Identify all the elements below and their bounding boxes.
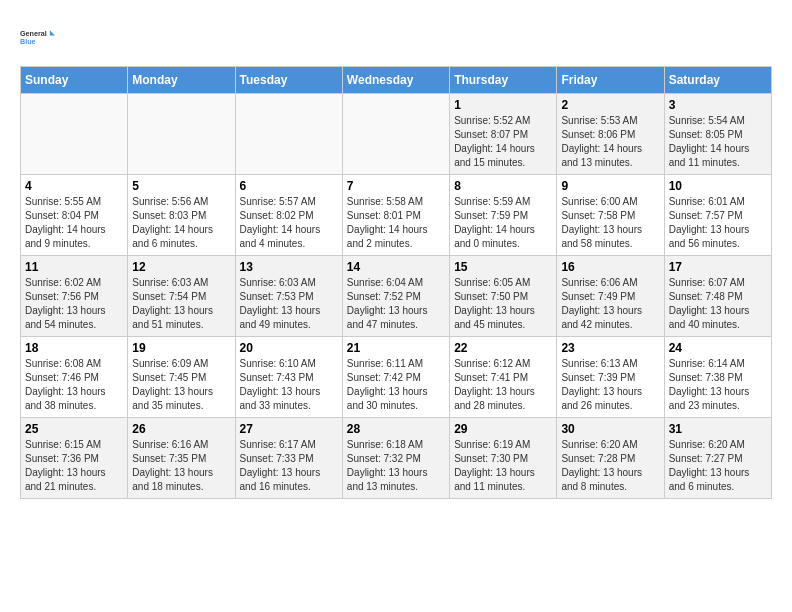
calendar-cell: 25Sunrise: 6:15 AMSunset: 7:36 PMDayligh…: [21, 418, 128, 499]
calendar-cell: 7Sunrise: 5:58 AMSunset: 8:01 PMDaylight…: [342, 175, 449, 256]
calendar-cell: 3Sunrise: 5:54 AMSunset: 8:05 PMDaylight…: [664, 94, 771, 175]
day-info: Sunrise: 5:57 AMSunset: 8:02 PMDaylight:…: [240, 195, 338, 251]
day-number: 24: [669, 341, 767, 355]
page-header: General Blue: [20, 20, 772, 56]
calendar-cell: 31Sunrise: 6:20 AMSunset: 7:27 PMDayligh…: [664, 418, 771, 499]
day-info: Sunrise: 6:04 AMSunset: 7:52 PMDaylight:…: [347, 276, 445, 332]
day-info: Sunrise: 5:55 AMSunset: 8:04 PMDaylight:…: [25, 195, 123, 251]
calendar-cell: 12Sunrise: 6:03 AMSunset: 7:54 PMDayligh…: [128, 256, 235, 337]
day-info: Sunrise: 5:56 AMSunset: 8:03 PMDaylight:…: [132, 195, 230, 251]
day-info: Sunrise: 6:15 AMSunset: 7:36 PMDaylight:…: [25, 438, 123, 494]
day-info: Sunrise: 6:16 AMSunset: 7:35 PMDaylight:…: [132, 438, 230, 494]
day-number: 25: [25, 422, 123, 436]
calendar-cell: 18Sunrise: 6:08 AMSunset: 7:46 PMDayligh…: [21, 337, 128, 418]
day-info: Sunrise: 6:07 AMSunset: 7:48 PMDaylight:…: [669, 276, 767, 332]
calendar-day-header: Sunday: [21, 67, 128, 94]
calendar-day-header: Saturday: [664, 67, 771, 94]
day-number: 27: [240, 422, 338, 436]
calendar-cell: 14Sunrise: 6:04 AMSunset: 7:52 PMDayligh…: [342, 256, 449, 337]
calendar-cell: 27Sunrise: 6:17 AMSunset: 7:33 PMDayligh…: [235, 418, 342, 499]
day-number: 4: [25, 179, 123, 193]
calendar-cell: 5Sunrise: 5:56 AMSunset: 8:03 PMDaylight…: [128, 175, 235, 256]
day-info: Sunrise: 6:20 AMSunset: 7:27 PMDaylight:…: [669, 438, 767, 494]
day-number: 30: [561, 422, 659, 436]
calendar-cell: 4Sunrise: 5:55 AMSunset: 8:04 PMDaylight…: [21, 175, 128, 256]
day-info: Sunrise: 6:10 AMSunset: 7:43 PMDaylight:…: [240, 357, 338, 413]
calendar-cell: 24Sunrise: 6:14 AMSunset: 7:38 PMDayligh…: [664, 337, 771, 418]
day-number: 21: [347, 341, 445, 355]
calendar-day-header: Tuesday: [235, 67, 342, 94]
svg-text:General: General: [20, 29, 47, 38]
day-info: Sunrise: 6:01 AMSunset: 7:57 PMDaylight:…: [669, 195, 767, 251]
calendar-day-header: Wednesday: [342, 67, 449, 94]
day-info: Sunrise: 6:20 AMSunset: 7:28 PMDaylight:…: [561, 438, 659, 494]
day-info: Sunrise: 6:09 AMSunset: 7:45 PMDaylight:…: [132, 357, 230, 413]
day-info: Sunrise: 5:58 AMSunset: 8:01 PMDaylight:…: [347, 195, 445, 251]
day-number: 17: [669, 260, 767, 274]
calendar-cell: 6Sunrise: 5:57 AMSunset: 8:02 PMDaylight…: [235, 175, 342, 256]
day-info: Sunrise: 6:02 AMSunset: 7:56 PMDaylight:…: [25, 276, 123, 332]
day-number: 31: [669, 422, 767, 436]
day-info: Sunrise: 6:17 AMSunset: 7:33 PMDaylight:…: [240, 438, 338, 494]
day-info: Sunrise: 6:19 AMSunset: 7:30 PMDaylight:…: [454, 438, 552, 494]
calendar-table: SundayMondayTuesdayWednesdayThursdayFrid…: [20, 66, 772, 499]
day-number: 6: [240, 179, 338, 193]
day-number: 16: [561, 260, 659, 274]
calendar-day-header: Friday: [557, 67, 664, 94]
calendar-cell: 28Sunrise: 6:18 AMSunset: 7:32 PMDayligh…: [342, 418, 449, 499]
day-info: Sunrise: 6:03 AMSunset: 7:53 PMDaylight:…: [240, 276, 338, 332]
day-number: 23: [561, 341, 659, 355]
day-number: 15: [454, 260, 552, 274]
calendar-week-row: 11Sunrise: 6:02 AMSunset: 7:56 PMDayligh…: [21, 256, 772, 337]
calendar-day-header: Thursday: [450, 67, 557, 94]
day-number: 12: [132, 260, 230, 274]
calendar-cell: 1Sunrise: 5:52 AMSunset: 8:07 PMDaylight…: [450, 94, 557, 175]
day-number: 2: [561, 98, 659, 112]
day-number: 1: [454, 98, 552, 112]
day-info: Sunrise: 6:14 AMSunset: 7:38 PMDaylight:…: [669, 357, 767, 413]
day-number: 28: [347, 422, 445, 436]
calendar-cell: [235, 94, 342, 175]
calendar-cell: 26Sunrise: 6:16 AMSunset: 7:35 PMDayligh…: [128, 418, 235, 499]
day-info: Sunrise: 5:54 AMSunset: 8:05 PMDaylight:…: [669, 114, 767, 170]
day-info: Sunrise: 6:13 AMSunset: 7:39 PMDaylight:…: [561, 357, 659, 413]
day-number: 9: [561, 179, 659, 193]
calendar-week-row: 25Sunrise: 6:15 AMSunset: 7:36 PMDayligh…: [21, 418, 772, 499]
calendar-cell: 29Sunrise: 6:19 AMSunset: 7:30 PMDayligh…: [450, 418, 557, 499]
day-number: 20: [240, 341, 338, 355]
calendar-cell: [21, 94, 128, 175]
day-number: 22: [454, 341, 552, 355]
calendar-cell: [128, 94, 235, 175]
day-number: 29: [454, 422, 552, 436]
calendar-cell: 11Sunrise: 6:02 AMSunset: 7:56 PMDayligh…: [21, 256, 128, 337]
calendar-cell: 8Sunrise: 5:59 AMSunset: 7:59 PMDaylight…: [450, 175, 557, 256]
day-number: 5: [132, 179, 230, 193]
day-info: Sunrise: 6:12 AMSunset: 7:41 PMDaylight:…: [454, 357, 552, 413]
calendar-week-row: 18Sunrise: 6:08 AMSunset: 7:46 PMDayligh…: [21, 337, 772, 418]
svg-text:Blue: Blue: [20, 37, 36, 46]
day-info: Sunrise: 6:11 AMSunset: 7:42 PMDaylight:…: [347, 357, 445, 413]
day-info: Sunrise: 6:08 AMSunset: 7:46 PMDaylight:…: [25, 357, 123, 413]
day-number: 19: [132, 341, 230, 355]
calendar-cell: 2Sunrise: 5:53 AMSunset: 8:06 PMDaylight…: [557, 94, 664, 175]
calendar-cell: 20Sunrise: 6:10 AMSunset: 7:43 PMDayligh…: [235, 337, 342, 418]
svg-marker-2: [50, 30, 55, 35]
day-number: 26: [132, 422, 230, 436]
day-number: 14: [347, 260, 445, 274]
calendar-header-row: SundayMondayTuesdayWednesdayThursdayFrid…: [21, 67, 772, 94]
calendar-day-header: Monday: [128, 67, 235, 94]
day-info: Sunrise: 5:59 AMSunset: 7:59 PMDaylight:…: [454, 195, 552, 251]
day-info: Sunrise: 6:18 AMSunset: 7:32 PMDaylight:…: [347, 438, 445, 494]
day-info: Sunrise: 6:03 AMSunset: 7:54 PMDaylight:…: [132, 276, 230, 332]
calendar-cell: 21Sunrise: 6:11 AMSunset: 7:42 PMDayligh…: [342, 337, 449, 418]
day-info: Sunrise: 6:06 AMSunset: 7:49 PMDaylight:…: [561, 276, 659, 332]
day-number: 11: [25, 260, 123, 274]
calendar-cell: 19Sunrise: 6:09 AMSunset: 7:45 PMDayligh…: [128, 337, 235, 418]
day-number: 3: [669, 98, 767, 112]
calendar-cell: 13Sunrise: 6:03 AMSunset: 7:53 PMDayligh…: [235, 256, 342, 337]
calendar-cell: 17Sunrise: 6:07 AMSunset: 7:48 PMDayligh…: [664, 256, 771, 337]
day-number: 18: [25, 341, 123, 355]
calendar-cell: [342, 94, 449, 175]
calendar-week-row: 1Sunrise: 5:52 AMSunset: 8:07 PMDaylight…: [21, 94, 772, 175]
day-info: Sunrise: 5:53 AMSunset: 8:06 PMDaylight:…: [561, 114, 659, 170]
